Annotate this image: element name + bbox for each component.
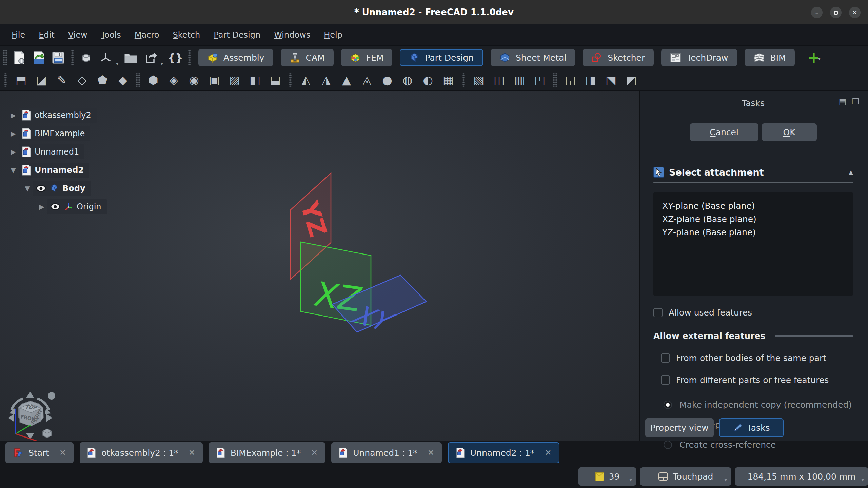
tool-draft-icon[interactable]: ◱ xyxy=(564,73,577,87)
make-independent-copy-radio[interactable] xyxy=(664,401,672,409)
tool-pad-icon[interactable]: ⬢ xyxy=(146,73,160,87)
close-tab-icon[interactable]: ✕ xyxy=(189,448,195,458)
tab-otkassembly2[interactable]: otkassembly2 : 1* ✕ xyxy=(80,442,203,463)
expand-arrow-icon[interactable]: ▶ xyxy=(36,203,47,211)
close-tab-icon[interactable]: ✕ xyxy=(59,448,66,458)
macro-button[interactable]: {} xyxy=(168,50,183,65)
3d-viewport[interactable]: YZ XZ XY ▶ otkassembly2 xyxy=(0,91,639,441)
from-different-parts-checkbox[interactable] xyxy=(661,375,670,385)
tool-thickness-icon[interactable]: ◨ xyxy=(584,73,597,87)
toolbar-grip[interactable] xyxy=(289,73,292,87)
workbench-techdraw[interactable]: TechDraw xyxy=(661,49,737,66)
tool-edit-sketch-icon[interactable]: ✎ xyxy=(55,73,68,87)
toolbar-grip[interactable] xyxy=(3,50,7,65)
from-other-bodies-checkbox[interactable] xyxy=(661,353,670,363)
menu-macro[interactable]: Macro xyxy=(128,30,166,40)
tree-row[interactable]: ▶ Origin xyxy=(36,199,107,214)
tool-map-sketch-icon[interactable]: ◇ xyxy=(75,73,89,87)
close-button[interactable]: ✕ xyxy=(849,7,861,18)
toolbar-grip[interactable] xyxy=(4,73,7,87)
navigation-style-button[interactable]: Touchpad ▾ xyxy=(640,467,731,486)
tool-linear-pattern-icon[interactable]: ▦ xyxy=(441,73,455,87)
tool-migrate-icon[interactable]: ◩ xyxy=(625,73,638,87)
tool-chamfer-icon[interactable]: ◰ xyxy=(533,73,547,87)
maximize-button[interactable] xyxy=(830,7,842,18)
menu-sketch[interactable]: Sketch xyxy=(166,30,207,40)
allow-used-features-checkbox[interactable] xyxy=(653,308,663,317)
menu-help[interactable]: Help xyxy=(317,30,349,40)
toolbar-grip[interactable] xyxy=(462,73,465,87)
menu-part-design[interactable]: Part Design xyxy=(207,30,267,40)
export-button[interactable] xyxy=(143,50,158,65)
attachment-option-xz[interactable]: XZ-plane (Base plane) xyxy=(662,212,853,226)
group-button[interactable] xyxy=(123,50,138,65)
notifications-button[interactable]: 39 ▾ xyxy=(578,467,636,486)
tab-start[interactable]: Start ✕ xyxy=(5,442,74,463)
tree-row[interactable]: ▼ Unnamed2 xyxy=(7,163,107,178)
placement-button[interactable] xyxy=(98,50,113,65)
attachment-listbox[interactable]: XY-plane (Base plane) XZ-plane (Base pla… xyxy=(653,192,853,296)
tool-subtractive-loft-icon[interactable]: ▲ xyxy=(340,73,353,87)
property-view-tab-button[interactable]: Property view xyxy=(645,418,714,437)
tree-row[interactable]: ▶ Unnamed1 xyxy=(7,144,107,159)
tab-unnamed2[interactable]: Unnamed2 : 1* ✕ xyxy=(448,442,560,463)
menu-windows[interactable]: Windows xyxy=(267,30,317,40)
dock-panel-icon[interactable]: ▤ xyxy=(839,97,847,106)
menu-tools[interactable]: Tools xyxy=(94,30,128,40)
menu-view[interactable]: View xyxy=(61,30,94,40)
toolbar-grip[interactable] xyxy=(71,50,74,65)
workbench-bim[interactable]: BIM xyxy=(745,49,795,66)
tool-create-body-icon[interactable]: ⬒ xyxy=(14,73,28,87)
navcube-cube[interactable]: TOP FRONT RIGHT xyxy=(18,401,44,426)
toolbar-grip[interactable] xyxy=(553,73,557,87)
create-cross-reference-radio[interactable] xyxy=(664,441,672,449)
attachment-option-xy[interactable]: XY-plane (Base plane) xyxy=(662,199,853,212)
tool-revolve-icon[interactable]: ◈ xyxy=(167,73,180,87)
tool-additive-pipe-icon[interactable]: ▣ xyxy=(208,73,221,87)
tab-unnamed1[interactable]: Unnamed1 : 1* ✕ xyxy=(331,442,442,463)
close-tab-icon[interactable]: ✕ xyxy=(428,448,434,458)
workbench-cam[interactable]: CAM xyxy=(281,49,334,66)
tool-additive-helix-icon[interactable]: ▨ xyxy=(228,73,241,87)
close-tab-icon[interactable]: ✕ xyxy=(311,448,318,458)
close-tab-icon[interactable]: ✕ xyxy=(545,448,551,458)
tool-create-local-cs-icon[interactable]: ◆ xyxy=(116,73,130,87)
collapse-arrow-icon[interactable]: ▼ xyxy=(7,166,19,174)
collapse-arrow-icon[interactable]: ▼ xyxy=(22,184,33,192)
float-panel-icon[interactable]: ❐ xyxy=(852,97,859,106)
attachment-option-yz[interactable]: YZ-plane (Base plane) xyxy=(662,226,853,239)
expand-arrow-icon[interactable]: ▶ xyxy=(7,111,19,119)
tree-row[interactable]: ▼ Body xyxy=(22,181,107,196)
workbench-fem[interactable]: FEM xyxy=(341,49,393,66)
tool-additive-loft-icon[interactable]: ◉ xyxy=(187,73,201,87)
create-part-button[interactable] xyxy=(79,50,94,65)
tool-boolean-icon[interactable]: ⬔ xyxy=(604,73,618,87)
export-dropdown-caret[interactable]: ▾ xyxy=(161,61,163,69)
menu-file[interactable]: File xyxy=(5,30,32,40)
open-document-button[interactable] xyxy=(31,50,46,65)
placement-dropdown-caret[interactable]: ▾ xyxy=(116,61,119,69)
navcube-mini-cube[interactable] xyxy=(43,429,52,438)
tool-mirror-icon[interactable]: ◐ xyxy=(421,73,435,87)
workbench-sheet-metal[interactable]: Sheet Metal xyxy=(491,49,575,66)
tool-hole-icon[interactable]: ◭ xyxy=(299,73,313,87)
tree-row[interactable]: ▶ otkassembly2 xyxy=(7,108,107,123)
navcube-right-arrow[interactable] xyxy=(46,414,52,422)
tool-subtractive-pipe-icon[interactable]: ◬ xyxy=(360,73,374,87)
tool-fillet-icon[interactable]: ▥ xyxy=(513,73,526,87)
expand-arrow-icon[interactable]: ▶ xyxy=(7,148,19,156)
tool-create-datum-icon[interactable]: ⬟ xyxy=(96,73,109,87)
add-workbench-caret[interactable]: ▾ xyxy=(818,56,821,64)
expand-arrow-icon[interactable]: ▶ xyxy=(7,129,19,138)
tool-subtractive-primitive-icon[interactable]: ◍ xyxy=(401,73,414,87)
cancel-button[interactable]: Cancel xyxy=(690,123,758,141)
ok-button[interactable]: OK xyxy=(762,123,817,141)
select-attachment-header[interactable]: Select attachment ▲ xyxy=(653,167,853,178)
workbench-part-design[interactable]: Part Design xyxy=(400,49,483,66)
navcube-left-arrow[interactable] xyxy=(8,414,14,422)
tool-polar-pattern-icon[interactable]: ▧ xyxy=(472,73,486,87)
tool-additive-primitive-icon[interactable]: ◧ xyxy=(248,73,262,87)
tool-create-sketch-icon[interactable]: ◪ xyxy=(35,73,48,87)
tool-groove-icon[interactable]: ◮ xyxy=(319,73,333,87)
tab-bimexample[interactable]: BIMExample : 1* ✕ xyxy=(209,442,325,463)
